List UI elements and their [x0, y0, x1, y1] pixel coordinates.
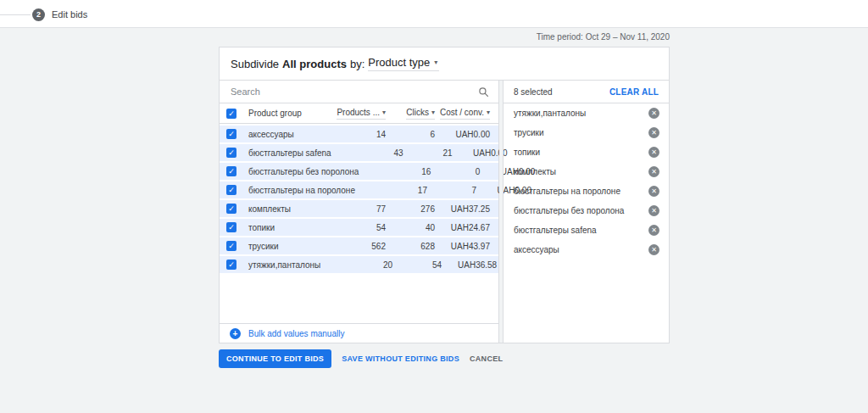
table-header-row: ✓ Product group Products ... ▾ Clicks ▾	[220, 103, 498, 124]
action-bar: CONTINUE TO EDIT BIDS SAVE WITHOUT EDITI…	[219, 349, 503, 368]
cost-value: UAH43.97	[435, 242, 490, 251]
products-value: 14	[314, 130, 386, 139]
column-clicks[interactable]: Clicks ▾	[386, 108, 435, 120]
selected-item: топики ✕	[504, 142, 669, 162]
products-value: 16	[359, 167, 431, 176]
products-value: 562	[314, 242, 386, 251]
step-connector-line	[0, 14, 31, 15]
column-cost-conv[interactable]: Cost / conv. ▾	[435, 108, 490, 120]
cost-value: UAH36.58	[442, 260, 497, 270]
row-checkbox[interactable]: ✓	[226, 241, 236, 251]
selected-item: бюстгальтеры safena ✕	[504, 220, 669, 240]
table-row[interactable]: ✓ трусики 562 628 UAH43.97	[220, 237, 498, 254]
product-group-label: бюстгальтеры на поролоне	[248, 186, 355, 195]
subdivide-title: Subdivide All products by: Product type …	[220, 47, 669, 80]
clicks-value: 6	[386, 130, 435, 139]
product-group-label: утяжки,панталоны	[248, 260, 320, 270]
column-product-group: Product group	[248, 109, 314, 118]
sort-caret-icon: ▾	[487, 109, 490, 116]
product-group-label: комплекты	[248, 204, 314, 214]
subdivide-dialog: Subdivide All products by: Product type …	[219, 47, 670, 343]
remove-item-icon[interactable]: ✕	[648, 186, 659, 197]
table-row[interactable]: ✓ топики 54 40 UAH24.67	[220, 219, 498, 236]
product-group-label: топики	[248, 223, 314, 232]
step-number-badge: 2	[32, 8, 45, 21]
chevron-down-icon: ▾	[434, 59, 437, 66]
remove-item-icon[interactable]: ✕	[648, 108, 659, 119]
dimension-dropdown[interactable]: Product type ▾	[368, 56, 439, 71]
products-value: 43	[331, 148, 403, 158]
time-period-label: Time period: Oct 29 – Nov 11, 2020	[537, 32, 670, 42]
products-value: 17	[355, 186, 427, 195]
products-value: 54	[314, 223, 386, 232]
selected-item: трусики ✕	[504, 123, 669, 142]
row-checkbox[interactable]: ✓	[226, 222, 236, 232]
remove-item-icon[interactable]: ✕	[648, 244, 659, 255]
search-icon	[478, 87, 489, 98]
table-row[interactable]: ✓ утяжки,панталоны 20 54 UAH36.58	[220, 256, 498, 273]
remove-item-icon[interactable]: ✕	[648, 205, 659, 216]
cost-value: UAH24.67	[435, 223, 490, 232]
clicks-value: 7	[427, 186, 476, 195]
selected-item-label: аксессуары	[514, 245, 559, 254]
cancel-button[interactable]: CANCEL	[470, 354, 503, 363]
product-group-label: бюстгальтеры без поролона	[248, 167, 359, 176]
table-rows: ✓ аксессуары 14 6 UAH0.00 ✓ бюстгальтеры…	[220, 124, 498, 275]
subdivide-prefix: Subdivide	[231, 58, 279, 70]
search-input[interactable]	[231, 87, 478, 97]
clear-all-button[interactable]: CLEAR ALL	[609, 87, 659, 97]
selected-item-label: бюстгальтеры на поролоне	[514, 187, 620, 196]
selected-item-label: утяжки,панталоны	[514, 109, 586, 118]
column-products[interactable]: Products ... ▾	[314, 108, 386, 120]
continue-to-edit-bids-button[interactable]: CONTINUE TO EDIT BIDS	[219, 349, 331, 368]
clicks-value: 54	[392, 260, 442, 270]
product-groups-panel: ✓ Product group Products ... ▾ Clicks ▾	[220, 81, 499, 343]
selected-item-label: бюстгальтеры safena	[514, 226, 597, 235]
remove-item-icon[interactable]: ✕	[648, 166, 659, 177]
selected-count: 8 selected	[514, 87, 553, 97]
selected-item-label: комплекты	[514, 167, 556, 176]
row-checkbox[interactable]: ✓	[226, 204, 236, 214]
row-checkbox[interactable]: ✓	[226, 129, 236, 139]
save-without-editing-bids-button[interactable]: SAVE WITHOUT EDITING BIDS	[342, 354, 459, 363]
dimension-value: Product type	[368, 56, 430, 69]
remove-item-icon[interactable]: ✕	[648, 127, 659, 138]
table-row[interactable]: ✓ бюстгальтеры без поролона 16 0 UAH0.00	[220, 163, 498, 180]
cost-value: UAH0.00	[435, 130, 490, 139]
selected-item: комплекты ✕	[504, 162, 669, 181]
table-row[interactable]: ✓ бюстгальтеры safena 43 21 UAH0.00	[220, 144, 498, 161]
remove-item-icon[interactable]: ✕	[648, 225, 659, 236]
remove-item-icon[interactable]: ✕	[648, 147, 659, 158]
table-row[interactable]: ✓ комплекты 77 276 UAH37.25	[220, 200, 498, 217]
selected-item: утяжки,панталоны ✕	[504, 103, 669, 123]
product-group-label: аксессуары	[248, 130, 314, 139]
clicks-value: 40	[386, 223, 435, 232]
selected-item: бюстгальтеры на поролоне ✕	[504, 181, 669, 201]
selected-item: аксессуары ✕	[504, 240, 669, 260]
selected-item-label: топики	[514, 148, 540, 157]
clicks-value: 276	[386, 204, 435, 214]
plus-icon: +	[230, 328, 241, 339]
product-group-label: трусики	[248, 242, 314, 251]
selected-item: бюстгальтеры без поролона ✕	[504, 201, 669, 220]
clicks-value: 21	[403, 148, 453, 158]
selected-panel-header: 8 selected CLEAR ALL	[504, 81, 669, 103]
select-all-checkbox[interactable]: ✓	[226, 109, 236, 119]
table-row[interactable]: ✓ аксессуары 14 6 UAH0.00	[220, 126, 498, 142]
bulk-add-label: Bulk add values manually	[248, 329, 344, 338]
edit-bids-screen: 2 Edit bids Time period: Oct 29 – Nov 11…	[0, 0, 868, 413]
step-title: Edit bids	[52, 9, 87, 20]
table-row[interactable]: ✓ бюстгальтеры на поролоне 17 7 UAH0.00	[220, 181, 498, 198]
product-group-label: бюстгальтеры safena	[248, 148, 331, 158]
products-value: 20	[320, 260, 392, 270]
row-checkbox[interactable]: ✓	[226, 260, 236, 270]
selected-panel: 8 selected CLEAR ALL утяжки,панталоны ✕ …	[503, 81, 669, 343]
row-checkbox[interactable]: ✓	[226, 166, 236, 176]
row-checkbox[interactable]: ✓	[226, 185, 236, 195]
clicks-value: 0	[431, 167, 480, 176]
bulk-add-button[interactable]: + Bulk add values manually	[220, 323, 498, 343]
table-empty-space	[220, 275, 498, 323]
row-checkbox[interactable]: ✓	[226, 148, 236, 158]
step-topbar: 2 Edit bids	[0, 0, 868, 28]
cost-value: UAH37.25	[435, 204, 490, 214]
